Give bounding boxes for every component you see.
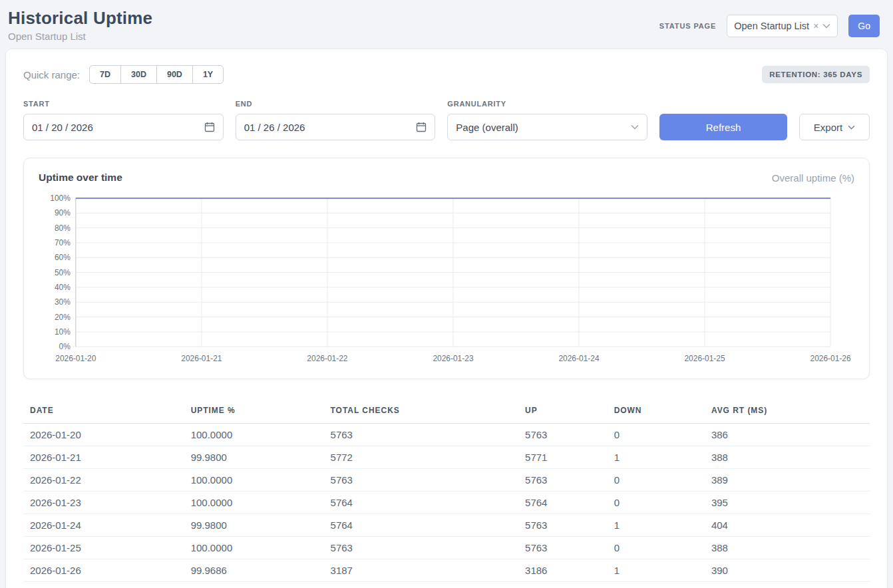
- table-cell: 5763: [518, 469, 608, 492]
- column-header-down: DOWN: [608, 399, 705, 424]
- table-cell: 5764: [518, 492, 608, 514]
- calendar-icon[interactable]: [416, 122, 427, 132]
- page-title: Historical Uptime: [8, 8, 152, 29]
- table-cell: 3186: [518, 559, 608, 582]
- column-header-date: DATE: [23, 399, 184, 424]
- svg-text:10%: 10%: [55, 327, 71, 337]
- uptime-line-chart: 0%10%20%30%40%50%60%70%80%90%100%2026-01…: [39, 193, 854, 370]
- column-header-total-checks: TOTAL CHECKS: [324, 399, 519, 424]
- table-cell: 395: [705, 492, 870, 514]
- calendar-icon[interactable]: [204, 122, 215, 132]
- start-label: START: [23, 100, 224, 108]
- export-button[interactable]: Export: [799, 114, 870, 140]
- svg-text:2026-01-25: 2026-01-25: [684, 354, 725, 363]
- quick-range-7d-button[interactable]: 7D: [89, 65, 121, 84]
- quick-range-label: Quick range:: [23, 69, 80, 80]
- svg-text:2026-01-24: 2026-01-24: [558, 354, 599, 363]
- title-block: Historical Uptime Open Startup List: [8, 8, 152, 42]
- table-cell: 0: [608, 537, 705, 559]
- svg-text:20%: 20%: [55, 313, 71, 322]
- table-row: 2026-01-23100.0000576457640395: [23, 492, 870, 514]
- start-date-input[interactable]: 01 / 20 / 2026: [23, 114, 224, 140]
- quick-range-90d-button[interactable]: 90D: [156, 65, 193, 84]
- svg-text:70%: 70%: [55, 238, 71, 247]
- table-cell: 99.9800: [184, 514, 324, 537]
- table-cell: 388: [705, 446, 870, 469]
- table-cell: 100.0000: [184, 424, 324, 446]
- table-cell: 5763: [324, 424, 519, 446]
- table-cell: 2026-01-20: [23, 424, 184, 446]
- svg-text:2026-01-21: 2026-01-21: [181, 354, 222, 363]
- table-cell: 2026-01-24: [23, 514, 184, 537]
- svg-text:2026-01-23: 2026-01-23: [433, 354, 473, 363]
- table-cell: 5772: [324, 446, 519, 469]
- table-cell: 1: [608, 559, 705, 582]
- quick-range-group: 7D 30D 90D 1Y: [89, 65, 224, 84]
- export-button-label: Export: [814, 122, 842, 133]
- column-header-up: UP: [518, 399, 608, 424]
- table-cell: 5764: [324, 492, 519, 514]
- table-cell: 0: [608, 424, 705, 446]
- chart-title: Uptime over time: [39, 172, 122, 184]
- quick-range-30d-button[interactable]: 30D: [120, 65, 157, 84]
- svg-text:0%: 0%: [59, 342, 71, 351]
- topbar-right: STATUS PAGE Open Startup List × Go: [659, 8, 882, 37]
- start-date-value: 01 / 20 / 2026: [32, 122, 93, 133]
- chevron-down-icon: [822, 23, 830, 29]
- svg-text:90%: 90%: [55, 208, 71, 218]
- clear-selection-icon[interactable]: ×: [813, 21, 818, 31]
- table-cell: 0: [608, 492, 705, 514]
- granularity-selected-value: Page (overall): [456, 122, 518, 133]
- svg-text:80%: 80%: [55, 223, 71, 233]
- uptime-table-head: DATE UPTIME % TOTAL CHECKS UP DOWN AVG R…: [23, 399, 870, 424]
- refresh-button[interactable]: Refresh: [659, 114, 787, 140]
- table-cell: 2026-01-21: [23, 446, 184, 469]
- table-cell: 389: [705, 469, 870, 492]
- chart-card: Uptime over time Overall uptime (%) 0%10…: [23, 158, 870, 379]
- column-header-uptime: UPTIME %: [184, 399, 324, 424]
- svg-text:60%: 60%: [55, 253, 71, 262]
- uptime-table: DATE UPTIME % TOTAL CHECKS UP DOWN AVG R…: [23, 399, 870, 582]
- table-cell: 100.0000: [184, 537, 324, 559]
- svg-text:2026-01-26: 2026-01-26: [810, 354, 851, 363]
- table-cell: 100.0000: [184, 492, 324, 514]
- table-cell: 1: [608, 446, 705, 469]
- table-cell: 2026-01-22: [23, 469, 184, 492]
- main-panel: Quick range: 7D 30D 90D 1Y RETENTION: 36…: [5, 49, 888, 588]
- table-cell: 3187: [324, 559, 519, 582]
- status-page-selected-value: Open Startup List: [734, 21, 809, 31]
- table-row: 2026-01-25100.0000576357630388: [23, 537, 870, 559]
- end-date-input[interactable]: 01 / 26 / 2026: [236, 114, 436, 140]
- table-cell: 2026-01-23: [23, 492, 184, 514]
- table-row: 2026-01-22100.0000576357630389: [23, 469, 870, 492]
- table-row: 2026-01-2499.9800576457631404: [23, 514, 870, 537]
- uptime-table-body: 2026-01-20100.00005763576303862026-01-21…: [23, 424, 870, 582]
- table-cell: 99.9800: [184, 446, 324, 469]
- table-cell: 5763: [324, 537, 519, 559]
- chart-header: Uptime over time Overall uptime (%): [39, 172, 854, 184]
- svg-text:100%: 100%: [50, 194, 71, 203]
- column-header-avg-rt: AVG RT (MS): [705, 399, 870, 424]
- svg-text:2026-01-20: 2026-01-20: [55, 354, 96, 363]
- page-subtitle: Open Startup List: [8, 31, 152, 42]
- quick-range-row: Quick range: 7D 30D 90D 1Y RETENTION: 36…: [23, 65, 870, 84]
- table-cell: 2026-01-26: [23, 559, 184, 582]
- status-page-select[interactable]: Open Startup List ×: [727, 15, 838, 37]
- end-date-value: 01 / 26 / 2026: [244, 122, 305, 133]
- table-cell: 386: [705, 424, 870, 446]
- page-header: Historical Uptime Open Startup List STAT…: [0, 0, 893, 49]
- go-button[interactable]: Go: [848, 15, 880, 37]
- chart-legend: Overall uptime (%): [772, 172, 854, 184]
- table-cell: 388: [705, 537, 870, 559]
- end-label: END: [236, 100, 436, 108]
- svg-text:40%: 40%: [55, 283, 71, 292]
- chevron-down-icon: [631, 124, 639, 130]
- table-row: 2026-01-20100.0000576357630386: [23, 424, 870, 446]
- table-cell: 100.0000: [184, 469, 324, 492]
- table-cell: 5771: [518, 446, 608, 469]
- quick-range-1y-button[interactable]: 1Y: [192, 65, 224, 84]
- granularity-select[interactable]: Page (overall): [447, 114, 647, 140]
- table-cell: 5763: [324, 469, 519, 492]
- end-date-field: END 01 / 26 / 2026: [236, 100, 436, 140]
- chevron-down-icon: [848, 125, 855, 130]
